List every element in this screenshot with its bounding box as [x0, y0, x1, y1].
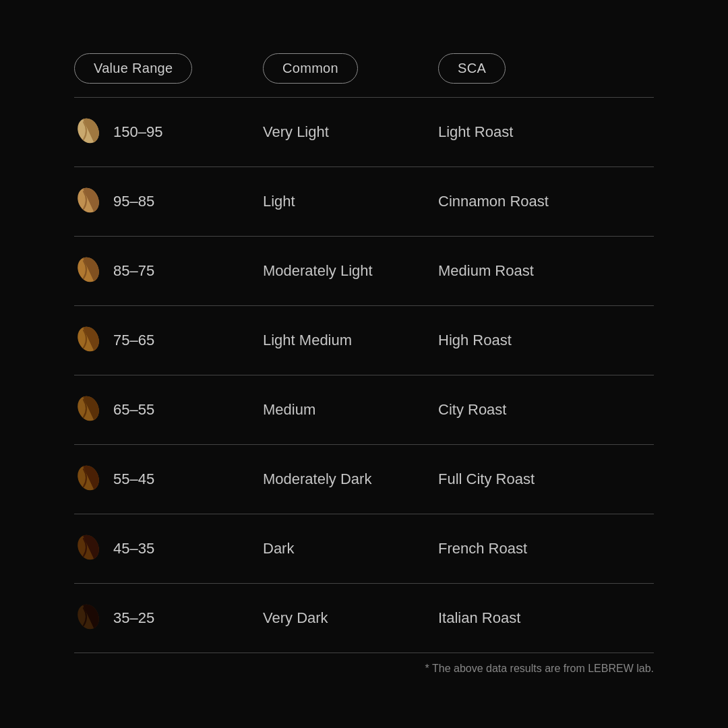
common-value: Light	[263, 193, 295, 210]
table-row: 150–95 Very Light Light Roast	[61, 98, 667, 166]
range-value: 55–45	[113, 471, 154, 488]
col-common-0: Very Light	[263, 123, 438, 141]
coffee-bean-icon	[74, 603, 102, 634]
range-value: 35–25	[113, 609, 154, 627]
value-range-label: Value Range	[74, 53, 192, 84]
col-common-7: Very Dark	[263, 609, 438, 627]
table-row: 85–75 Moderately Light Medium Roast	[61, 237, 667, 305]
common-value: Dark	[263, 540, 294, 557]
coffee-bean-icon	[74, 255, 102, 286]
coffee-bean-icon	[74, 394, 102, 425]
col-value-3: 75–65	[74, 325, 263, 356]
common-label: Common	[263, 53, 358, 84]
col-value-2: 85–75	[74, 255, 263, 286]
common-value: Medium	[263, 401, 315, 418]
common-value: Very Dark	[263, 609, 328, 626]
range-value: 75–65	[113, 332, 154, 349]
col-sca-2: Medium Roast	[438, 262, 654, 280]
header-col-sca: SCA	[438, 53, 654, 84]
rows-container: 150–95 Very Light Light Roast	[61, 98, 667, 653]
col-value-7: 35–25	[74, 603, 263, 634]
col-sca-3: High Roast	[438, 332, 654, 349]
sca-value: Cinnamon Roast	[438, 193, 549, 210]
sca-label: SCA	[438, 53, 506, 84]
range-value: 85–75	[113, 262, 154, 280]
col-sca-5: Full City Roast	[438, 471, 654, 488]
col-common-5: Moderately Dark	[263, 471, 438, 488]
footer-note: * The above data results are from LEBREW…	[61, 653, 667, 675]
sca-value: City Roast	[438, 401, 506, 418]
col-value-4: 65–55	[74, 394, 263, 425]
sca-value: French Roast	[438, 540, 527, 557]
coffee-bean-icon	[74, 533, 102, 564]
col-common-2: Moderately Light	[263, 262, 438, 280]
range-value: 45–35	[113, 540, 154, 557]
col-common-6: Dark	[263, 540, 438, 557]
col-sca-6: French Roast	[438, 540, 654, 557]
col-common-3: Light Medium	[263, 332, 438, 349]
col-value-0: 150–95	[74, 117, 263, 148]
common-value: Moderately Light	[263, 262, 373, 279]
range-value: 65–55	[113, 401, 154, 419]
common-value: Light Medium	[263, 332, 352, 348]
header-col-common: Common	[263, 53, 438, 84]
table-row: 65–55 Medium City Roast	[61, 375, 667, 444]
table-row: 45–35 Dark French Roast	[61, 514, 667, 583]
header-col-value: Value Range	[74, 53, 263, 84]
col-sca-4: City Roast	[438, 401, 654, 419]
col-sca-0: Light Roast	[438, 123, 654, 141]
table-row: 95–85 Light Cinnamon Roast	[61, 167, 667, 236]
table-row: 35–25 Very Dark Italian Roast	[61, 584, 667, 653]
main-container: Value Range Common SCA 150–95	[61, 40, 667, 688]
range-value: 95–85	[113, 193, 154, 210]
col-value-6: 45–35	[74, 533, 263, 564]
col-sca-7: Italian Roast	[438, 609, 654, 627]
coffee-bean-icon	[74, 325, 102, 356]
col-value-1: 95–85	[74, 186, 263, 217]
table-row: 75–65 Light Medium High Roast	[61, 306, 667, 375]
coffee-bean-icon	[74, 186, 102, 217]
range-value: 150–95	[113, 123, 162, 141]
sca-value: Full City Roast	[438, 471, 535, 487]
col-common-1: Light	[263, 193, 438, 210]
common-value: Very Light	[263, 123, 329, 140]
coffee-bean-icon	[74, 117, 102, 148]
sca-value: Medium Roast	[438, 262, 534, 279]
coffee-bean-icon	[74, 464, 102, 495]
table-row: 55–45 Moderately Dark Full City Roast	[61, 445, 667, 514]
sca-value: Light Roast	[438, 123, 513, 140]
col-sca-1: Cinnamon Roast	[438, 193, 654, 210]
col-value-5: 55–45	[74, 464, 263, 495]
col-common-4: Medium	[263, 401, 438, 419]
sca-value: Italian Roast	[438, 609, 520, 626]
sca-value: High Roast	[438, 332, 512, 348]
common-value: Moderately Dark	[263, 471, 371, 487]
header-row: Value Range Common SCA	[61, 53, 667, 97]
